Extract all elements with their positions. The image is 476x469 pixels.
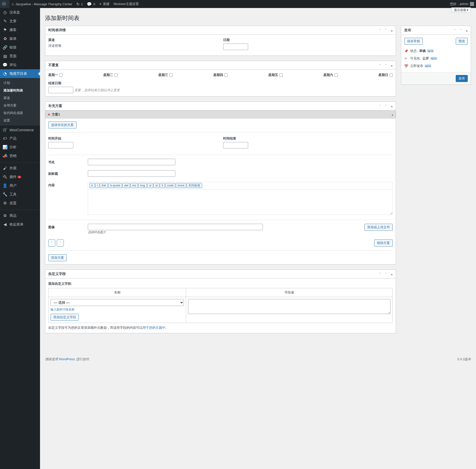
sidebar-item[interactable]: 👤用户 (0, 181, 40, 190)
edit-status-link[interactable]: 编辑 (427, 49, 434, 53)
sidebar-item[interactable]: 📊分析 (0, 143, 40, 152)
upload-button[interactable]: 添加或上传文件 (364, 224, 393, 231)
chevron-up-icon[interactable]: ˄ (377, 27, 383, 33)
chevron-up-icon[interactable]: ˄ (452, 27, 458, 33)
select-existing-button[interactable]: 选择存在的方案 (48, 122, 77, 128)
day-checkbox[interactable] (59, 74, 63, 77)
sidebar-item[interactable]: ◷仪表盘 (0, 8, 40, 17)
quicktag-button[interactable]: li (160, 183, 165, 188)
chevron-up-icon[interactable]: ˄ (377, 62, 383, 68)
image-input[interactable] (88, 224, 263, 230)
chevron-down-icon[interactable]: ˅ (383, 103, 389, 109)
sidebar-subitem[interactable]: 计划 (0, 79, 40, 87)
sidebar-subitem[interactable]: 添加新时间表 (0, 87, 40, 94)
subtitle-input[interactable] (88, 170, 175, 177)
chevron-down-icon[interactable]: ˅ (383, 271, 389, 277)
sidebar-item[interactable]: ◔电视节目表 (0, 69, 40, 78)
quicktag-button[interactable]: ol (154, 183, 159, 188)
name-input[interactable] (88, 159, 175, 165)
cf-theme-link[interactable]: 用于您的主题中 (143, 326, 165, 330)
sidebar-item[interactable]: ⚑播客 (0, 26, 40, 34)
quicktag-button[interactable]: b-quote (108, 183, 122, 188)
end-date-input[interactable] (48, 87, 73, 93)
cf-value-textarea[interactable] (188, 299, 390, 314)
chevron-up-icon[interactable]: ˄ (377, 271, 383, 277)
day-checkbox[interactable] (334, 74, 338, 77)
publish-button[interactable]: 发布 (456, 75, 468, 82)
new-content[interactable]: +新建 (97, 0, 112, 8)
cf-name-select[interactable]: — 选择 — (51, 299, 184, 306)
site-link[interactable]: ⌂Jacqueline - Massage Theraphy Center (10, 0, 74, 8)
updates-link[interactable]: ↻1 (74, 0, 85, 8)
sidebar-item[interactable]: 🔧工具 (0, 190, 40, 199)
day-checkbox[interactable] (279, 74, 283, 77)
sidebar-item[interactable]: ⚙设置 (0, 199, 40, 208)
sidebar-item[interactable]: ◀收起菜单 (0, 220, 40, 229)
move-icon[interactable]: ▴ (464, 27, 470, 33)
sidebar-item[interactable]: 💬评论 (0, 60, 40, 69)
scheme-next-button[interactable]: ˅ (57, 240, 64, 246)
quicktag-button[interactable]: code (165, 183, 175, 188)
day-checkbox[interactable] (114, 74, 118, 77)
chevron-up-icon[interactable]: ˄ (377, 103, 383, 109)
day-checkbox[interactable] (224, 74, 228, 77)
edit-visibility-link[interactable]: 编辑 (430, 56, 437, 61)
edit-time-link[interactable]: 编辑 (425, 64, 431, 68)
sidebar-item[interactable]: ▤页面 (0, 52, 40, 60)
end-date-label: 结束日期 (48, 81, 393, 86)
sidebar-item[interactable]: 🔌插件1 (0, 172, 40, 181)
preview-button[interactable]: 预览 (456, 38, 468, 45)
quicktag-button[interactable]: ins (131, 183, 138, 188)
modown-settings[interactable]: Modown主题设置 (112, 0, 141, 8)
scheme-prev-button[interactable]: ˄ (48, 240, 55, 246)
comments-link[interactable]: 💬0 (85, 0, 97, 8)
time-end-input[interactable] (223, 142, 248, 148)
day-checkbox[interactable] (169, 74, 173, 77)
sidebar-item[interactable]: 🛒WooCommerce (0, 126, 40, 134)
move-icon[interactable]: ▴ (389, 62, 395, 68)
wordpress-link[interactable]: WordPress (59, 357, 75, 361)
quicktag-button[interactable]: b (90, 183, 95, 188)
sidebar-subitem[interactable]: 全球方案 (0, 102, 40, 109)
day-checkbox[interactable] (389, 74, 393, 77)
move-icon[interactable]: ▴ (389, 27, 395, 33)
quicktag-button[interactable]: img (138, 183, 147, 188)
remove-scheme-button[interactable]: 移除方案 (374, 240, 393, 246)
user-menu[interactable]: 您好，admin (448, 0, 476, 8)
sidebar-item[interactable]: 🖌外观 (0, 164, 40, 172)
move-icon[interactable]: ▴ (389, 103, 395, 109)
sidebar-item[interactable]: 📣营销 (0, 152, 40, 160)
move-icon[interactable]: ▴ (389, 271, 395, 277)
wp-logo[interactable]: ⓦ (0, 0, 10, 8)
day-label: 星期六 (323, 73, 333, 77)
sidebar-item[interactable]: ✎文章 (0, 17, 40, 26)
sidebar-subitem[interactable]: 渠道 (0, 94, 40, 102)
screen-options-toggle[interactable]: 显示选项 ▾ (451, 8, 471, 13)
content-textarea[interactable] (88, 190, 392, 214)
chevron-down-icon[interactable]: ˅ (383, 27, 389, 33)
quicktag-button[interactable]: i (95, 183, 100, 188)
chevron-down-icon[interactable]: ˅ (383, 62, 389, 68)
scheme-collapse-icon[interactable]: ▴ (392, 113, 393, 116)
sidebar-subitem[interactable]: 设置 (0, 117, 40, 124)
sidebar-item[interactable]: ⚙商品 (0, 211, 40, 220)
chevron-down-icon[interactable]: ˅ (458, 27, 464, 33)
publish-time-label: 立即发布 (410, 64, 423, 68)
quicktag-button[interactable]: del (123, 183, 130, 188)
close-scheme-icon[interactable]: ✕ (48, 113, 50, 116)
sidebar-item[interactable]: 🏷产品 (0, 134, 40, 143)
quicktag-button[interactable]: 关闭标签 (187, 183, 202, 188)
date-input[interactable] (223, 44, 248, 50)
name-label: 书名 (48, 159, 88, 164)
sidebar-subitem[interactable]: 短代码生成器 (0, 109, 40, 117)
sidebar-item[interactable]: 🔗链接 (0, 43, 40, 52)
quicktag-button[interactable]: more (176, 183, 186, 188)
quicktag-button[interactable]: ul (147, 183, 153, 188)
enter-new-field-link[interactable]: 输入新的字段名称 (51, 308, 75, 311)
save-draft-button[interactable]: 保存草稿 (404, 38, 423, 45)
quicktag-button[interactable]: link (100, 183, 108, 188)
time-start-input[interactable] (48, 142, 73, 148)
add-scheme-button[interactable]: 添加方案 (48, 254, 67, 261)
add-cf-button[interactable]: 添加自定义字段 (51, 314, 79, 321)
sidebar-item[interactable]: ✿媒体 (0, 34, 40, 43)
